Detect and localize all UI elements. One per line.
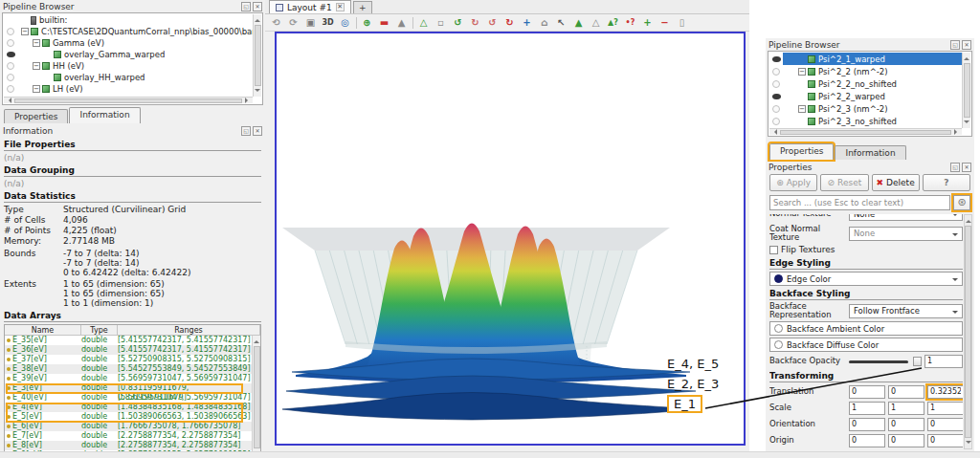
table-row[interactable]: E_3[eV] double [0.831195911679, 0.831195… (5, 383, 252, 393)
visibility-toggle[interactable] (769, 56, 783, 62)
close-icon[interactable]: ✕ (962, 40, 971, 50)
tab-properties[interactable]: Properties (4, 109, 68, 123)
delete-button[interactable]: ✖Delete (872, 174, 920, 191)
expander-icon[interactable]: − (798, 68, 806, 76)
help-button[interactable]: ? (923, 174, 970, 191)
expander-icon[interactable]: − (21, 28, 29, 35)
pipeline-item[interactable]: − Psi^2_3 (nm^-2) (769, 102, 962, 115)
close-icon[interactable]: ✕ (962, 163, 971, 172)
translation-x-input[interactable] (849, 385, 885, 399)
pipeline-item[interactable]: − Gamma (eV) (4, 37, 253, 49)
table-row[interactable]: E_4[eV] double [1.48384835168, 1.4838483… (5, 403, 252, 412)
table-row[interactable]: E_5[eV] double [1.50389066563, 1.5038906… (5, 412, 252, 422)
table-header[interactable]: Name Type Ranges (5, 325, 260, 336)
origin-y-input[interactable] (888, 434, 924, 447)
expander-icon[interactable]: − (33, 39, 40, 47)
hide-orientation-axes-icon[interactable]: △ (588, 15, 604, 30)
close-icon[interactable]: ✕ (253, 126, 262, 136)
vertical-scrollbar[interactable] (964, 214, 972, 449)
scale-x-input[interactable] (849, 402, 885, 415)
scale-z-input[interactable] (927, 402, 963, 415)
query-triangle-icon[interactable]: ▲? (605, 15, 621, 30)
close-tab-icon[interactable]: ✕ (336, 3, 345, 11)
layout-tab[interactable]: Layout #1 ✕ (269, 0, 351, 13)
coat-normal-texture-combo[interactable]: None (849, 227, 963, 241)
undock-icon[interactable]: ◱ (950, 163, 960, 172)
pipeline-item[interactable]: overlay_Gamma_warped (4, 49, 253, 60)
pipeline-item[interactable]: − Psi^2_2 (nm^-2) (769, 65, 962, 77)
close-icon[interactable]: ✕ (253, 2, 262, 11)
apply-button[interactable]: ⊛Apply (769, 174, 817, 191)
tab-properties[interactable]: Properties (769, 143, 834, 160)
visibility-toggle[interactable] (4, 28, 17, 35)
origin-x-input[interactable] (849, 434, 885, 447)
scale-y-input[interactable] (888, 402, 924, 415)
orientation-x-input[interactable] (849, 418, 885, 431)
add-icon[interactable]: + (639, 15, 656, 30)
pipeline-item[interactable]: − C:\TESTCASE\2DQuantumCorral_nnp\bias_0… (4, 26, 253, 37)
visibility-toggle[interactable] (4, 39, 17, 47)
separator[interactable] (354, 15, 358, 30)
visibility-toggle[interactable] (4, 16, 17, 24)
expander-icon[interactable]: − (33, 62, 40, 70)
backface-ambient-color-button[interactable]: Backface Ambient Color (769, 321, 963, 336)
tab-information[interactable]: Information (69, 107, 140, 123)
orientation-z-input[interactable] (927, 418, 963, 431)
table-row[interactable]: E_6[eV] double [1.7666735078, 1.76667350… (5, 422, 252, 431)
zoom-magnifier-icon[interactable]: ◎ (337, 15, 353, 30)
pipeline-item[interactable]: Psi^2_3_no_shifted (769, 115, 962, 127)
3d-viewport[interactable]: E_4, E_5 E_2, E_3 E_1 (275, 32, 746, 446)
pipeline-item[interactable]: builtin: (4, 14, 253, 26)
translation-z-input[interactable] (927, 385, 963, 399)
backface-diffuse-color-button[interactable]: Backface Diffuse Color (769, 338, 963, 352)
show-orientation-axes-icon[interactable]: ▲ (570, 15, 587, 30)
pick-center-icon[interactable]: ↖ (553, 15, 569, 30)
rotate-90cw-icon[interactable]: ↻ (501, 15, 518, 30)
edge-color-button[interactable]: Edge Color (769, 272, 963, 286)
rotate-left-icon[interactable]: ↺ (450, 15, 466, 30)
delete-trash-icon[interactable]: ▯ (674, 15, 690, 30)
pipeline-item[interactable]: overlay_HH_warped (4, 72, 253, 83)
visibility-toggle[interactable] (769, 94, 783, 99)
adjust-camera-icon[interactable]: ▫ (433, 15, 449, 30)
toggle-2d3d-icon[interactable]: 3D (320, 15, 336, 30)
vertical-scrollbar[interactable] (253, 14, 261, 97)
table-row[interactable]: E_37[eV] double [5.52750908315, 5.527509… (5, 355, 252, 364)
vertical-scrollbar[interactable] (962, 53, 970, 128)
reset-camera-closest-icon[interactable]: ▲ (393, 15, 410, 30)
table-row[interactable]: E_39[eV] double [5.56959731047, 5.569597… (5, 374, 252, 383)
table-row[interactable]: E_38[eV] double [5.54527553849, 5.545275… (5, 364, 252, 374)
visibility-toggle[interactable] (4, 85, 17, 93)
table-row[interactable]: E_7[eV] double [2.2758877354, 2.27588773… (5, 431, 252, 441)
query-point-icon[interactable]: •? (622, 15, 638, 30)
tab-information[interactable]: Information (835, 145, 905, 160)
flip-textures-checkbox[interactable] (769, 246, 778, 254)
vertical-scrollbar[interactable] (252, 336, 260, 458)
zoom-to-data-icon[interactable]: ⊕ (359, 15, 375, 30)
center-on-data-icon[interactable]: ⌂ (536, 15, 552, 30)
remove-zoom-icon[interactable]: ▬ (376, 15, 392, 30)
expander-icon[interactable]: − (798, 105, 806, 113)
visibility-toggle[interactable] (4, 62, 17, 70)
backface-opacity-slider[interactable] (849, 357, 922, 366)
pipeline-item[interactable]: Psi^2_1_warped (769, 53, 962, 65)
table-row[interactable]: E_8[eV] double [2.2758877354, 2.27588773… (5, 441, 252, 450)
gear-icon[interactable]: ⊛ (953, 195, 970, 210)
horizontal-scrollbar[interactable] (4, 97, 253, 103)
pipeline-item[interactable]: − LH (eV) (4, 83, 253, 95)
pipeline-item[interactable]: Psi^2_2_no_shifted (769, 77, 962, 90)
capture-screenshot-icon[interactable]: ▣ (302, 15, 319, 30)
camera-undo-icon[interactable]: ⟲ (268, 15, 284, 30)
visibility-toggle[interactable] (769, 68, 783, 76)
pipeline-item[interactable]: Psi^2_2_warped (769, 90, 962, 102)
expander-icon[interactable]: − (33, 85, 40, 93)
search-input[interactable]: Search ... (use Esc to clear text) (769, 195, 950, 210)
visibility-toggle[interactable] (769, 105, 783, 113)
rotate-right-icon[interactable]: ↻ (467, 15, 483, 30)
translation-y-input[interactable] (888, 385, 924, 399)
origin-z-input[interactable] (927, 434, 963, 447)
backface-opacity-input[interactable] (924, 355, 963, 368)
table-row[interactable]: E_40[eV] double [5.56959731047, 5.569597… (5, 393, 252, 403)
orientation-y-input[interactable] (888, 418, 924, 431)
visibility-toggle[interactable] (4, 52, 17, 57)
